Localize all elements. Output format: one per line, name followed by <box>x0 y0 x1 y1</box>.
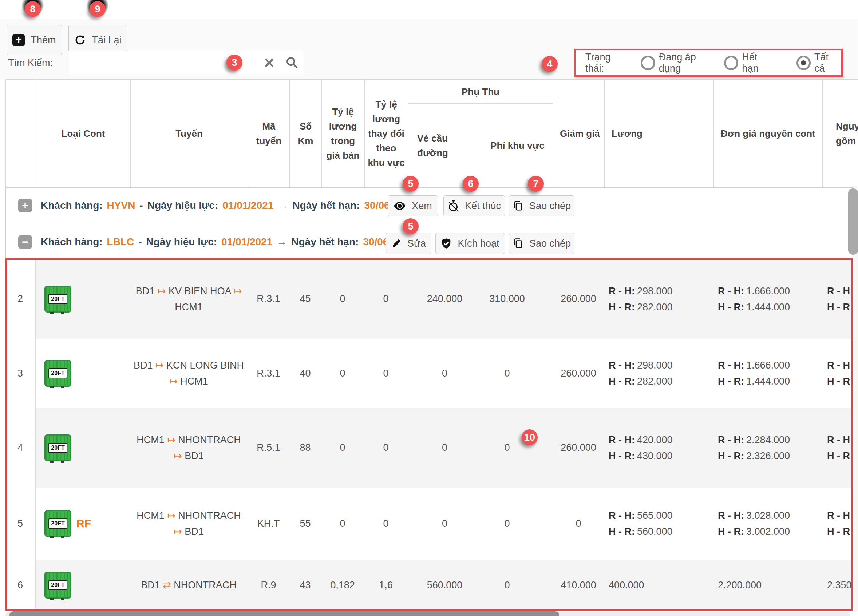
toll-cell: 0 <box>408 408 482 487</box>
unit-price-cell: R - H:3.028.000 H - R:3.002.000 <box>713 487 822 560</box>
salary-region-ratio-cell: 0 <box>364 408 408 487</box>
discount-cell: 260.000 <box>553 339 604 408</box>
salary-region-ratio-cell: 1,6 <box>364 560 408 611</box>
cont-type-cell: 20FT RF <box>36 487 130 560</box>
status-label: Trạng thái: <box>585 52 631 74</box>
header-phu-thu: Phụ Thu <box>409 80 553 104</box>
header-luong: Lương <box>605 80 714 187</box>
route-code-cell: KH.T <box>247 487 289 560</box>
discount-cell: 410.000 <box>553 560 604 611</box>
region-fee-cell: 0 <box>482 339 553 408</box>
separator: - <box>140 200 143 211</box>
annotation-badge-9: 9 <box>90 1 106 17</box>
km-cell: 43 <box>289 560 321 611</box>
copy-button-hyvn[interactable]: Sao chép <box>509 196 574 217</box>
status-filter-box: Trạng thái: Đang áp dụng Hết hạn Tất cả <box>574 49 843 77</box>
annotation-badge-10: 10 <box>522 429 538 445</box>
header-giam-gia: Giảm giá <box>553 80 605 187</box>
search-icon[interactable] <box>285 56 298 69</box>
row-number: 3 <box>5 339 36 408</box>
salary-region-ratio-cell: 0 <box>364 339 408 408</box>
route-cell: HCM1 ↦ NHONTRACH ↦ BD1 <box>130 487 247 560</box>
radio-het-han[interactable] <box>724 56 738 70</box>
unit-price-cell: R - H:1.666.000 H - R:1.444.000 <box>713 259 822 339</box>
route-code-cell: R.9 <box>247 560 289 611</box>
toll-cell: 0 <box>408 339 482 408</box>
salary-region-ratio-cell: 0 <box>364 259 408 339</box>
start-date: 01/01/2021 <box>221 236 272 248</box>
view-button-label: Xem <box>412 200 432 212</box>
end-contract-button[interactable]: Kết thúc <box>443 196 505 217</box>
salary-ratio-cell: 0,182 <box>321 560 364 611</box>
radio-dang-ap-dung[interactable] <box>641 56 655 70</box>
cont-type-cell: 20FT <box>36 408 130 487</box>
salary-ratio-cell: 0 <box>321 339 364 408</box>
salary-cell: R - H:298.000 H - R:282.000 <box>604 259 713 339</box>
start-date-label: Ngày hiệu lực: <box>146 236 217 248</box>
activate-button-label: Kích hoạt <box>458 238 499 249</box>
group-row-lblc: − Khách hàng: LBLC - Ngày hiệu lực: 01/0… <box>5 225 858 260</box>
route-code-cell: R.3.1 <box>247 339 289 408</box>
copy-icon <box>513 200 524 211</box>
table-row: 2 20FT BD1 ↦ KV BIEN HOA ↦ HCM1 R.3.1 45… <box>5 259 858 339</box>
route-cell: HCM1 ↦ NHONTRACH ↦ BD1 <box>130 408 247 487</box>
horizontal-scrollbar-thumb[interactable] <box>9 611 559 616</box>
activate-button[interactable]: Kích hoạt <box>435 233 505 254</box>
route-cell: BD1 ⇄ NHONTRACH <box>130 560 247 611</box>
copy-button-label: Sao chép <box>529 238 571 249</box>
radio-label-tat-ca[interactable]: Tất cả <box>814 52 841 74</box>
customer-code: LBLC <box>107 236 134 248</box>
timer-off-icon <box>448 200 459 212</box>
view-button[interactable]: Xem <box>388 196 438 217</box>
customer-label: Khách hàng: <box>41 200 103 211</box>
header-tuyen: Tuyến <box>131 80 248 187</box>
container-20ft-icon: 20FT <box>44 434 72 461</box>
header-ty-le-thay-doi: Tỷ lệ lương thay đổi theo khu vực <box>365 80 409 187</box>
expand-icon[interactable]: + <box>18 199 32 213</box>
copy-button-lblc[interactable]: Sao chép <box>509 233 574 254</box>
start-date-label: Ngày hiệu lực: <box>148 200 218 211</box>
table-row: 3 20FT BD1 ↦ KCN LONG BINH ↦ HCM1 R.3.1 … <box>5 339 858 408</box>
annotation-badge-5b: 5 <box>403 218 419 234</box>
region-fee-cell: 0 <box>482 560 553 611</box>
region-fee-cell: 0 <box>482 408 553 487</box>
radio-label-het-han[interactable]: Hết hạn <box>742 52 776 74</box>
clear-search-icon[interactable] <box>264 58 274 68</box>
salary-region-ratio-cell: 0 <box>364 487 408 560</box>
header-nguyen: Nguyêgồm v <box>823 80 858 187</box>
header-ve-cau-duong: Vé cầu đường <box>409 104 482 187</box>
annotation-badge-7: 7 <box>528 176 544 192</box>
vertical-scrollbar-thumb[interactable] <box>848 188 858 255</box>
edit-button[interactable]: Sửa <box>386 233 431 254</box>
salary-ratio-cell: 0 <box>321 408 364 487</box>
annotation-badge-8: 8 <box>25 1 41 17</box>
cont-type-cell: 20FT <box>36 339 130 408</box>
collapse-icon[interactable]: − <box>18 235 32 249</box>
reload-button-label: Tải Lại <box>92 34 121 46</box>
header-ma-tuyen: Mã tuyến <box>248 80 290 187</box>
toll-cell: 0 <box>408 487 482 560</box>
copy-button-label: Sao chép <box>529 200 571 212</box>
radio-tat-ca[interactable] <box>796 56 811 70</box>
container-20ft-icon: 20FT <box>44 572 72 599</box>
add-button[interactable]: + Thêm <box>6 25 62 55</box>
row-number: 4 <box>5 408 36 487</box>
unit-price-cell: R - H:2.284.000 H - R:2.326.000 <box>713 408 822 487</box>
toll-cell: 560.000 <box>408 560 482 611</box>
cont-type-cell: 20FT <box>36 259 130 339</box>
table-row: 5 20FT RF HCM1 ↦ NHONTRACH ↦ BD1 KH.T 55… <box>5 487 858 560</box>
container-20ft-icon: 20FT <box>44 360 72 387</box>
km-cell: 55 <box>289 487 321 560</box>
header-blank <box>6 80 36 187</box>
annotation-badge-6: 6 <box>463 176 479 192</box>
pricing-admin-page: + Thêm Tải Lại Tìm Kiếm: Trạng thái: Đan… <box>0 0 858 616</box>
salary-cell: 400.000 <box>604 560 713 611</box>
reload-icon <box>74 34 86 46</box>
route-code-cell: R.3.1 <box>247 259 289 339</box>
table-row: 4 20FT HCM1 ↦ NHONTRACH ↦ BD1 R.5.1 88 0… <box>5 408 858 487</box>
table-header: Loại Cont Tuyến Mã tuyến Số Km Tỷ lệ lươ… <box>5 79 858 188</box>
container-20ft-icon: 20FT <box>44 286 72 313</box>
radio-label-dang-ap-dung[interactable]: Đang áp dụng <box>659 52 720 74</box>
customer-label: Khách hàng: <box>41 236 103 248</box>
toll-cell: 240.000 <box>408 259 482 339</box>
